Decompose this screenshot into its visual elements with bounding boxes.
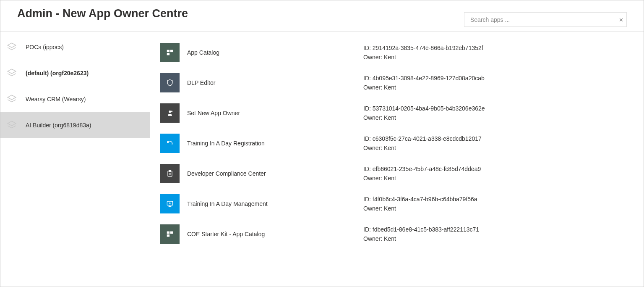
svg-rect-6 <box>169 171 171 172</box>
app-name: Training In A Day Management <box>187 200 363 207</box>
app-meta: ID: efb66021-235e-45b7-a48c-fc85d74ddea9… <box>363 164 631 183</box>
app-tile-icon <box>160 43 180 62</box>
app-id: ID: f4f0b6c4-3f6a-4ca7-b96b-c64bba79f56a <box>363 195 631 204</box>
svg-rect-2 <box>167 53 169 55</box>
environment-item[interactable]: AI Builder (org6819d83a) <box>0 112 150 138</box>
svg-point-4 <box>171 111 172 112</box>
app-meta: ID: c6303f5c-27ca-4021-a338-e8cdcdb12017… <box>363 134 631 153</box>
app-owner: Owner: Kent <box>363 143 631 153</box>
app-name: App Catalog <box>187 49 363 56</box>
app-owner: Owner: Kent <box>363 83 631 92</box>
svg-rect-1 <box>170 50 173 53</box>
environment-item[interactable]: Wearsy CRM (Wearsy) <box>0 86 150 112</box>
app-list: App CatalogID: 2914192a-3835-474e-866a-b… <box>150 32 644 287</box>
app-owner: Owner: Kent <box>363 113 631 122</box>
environment-sidebar: POCs (ippocs)(default) (orgf20e2623)Wear… <box>0 32 150 287</box>
app-meta: ID: 53731014-0205-4ba4-9b05-b4b3206e362e… <box>363 104 631 123</box>
environment-label: POCs (ippocs) <box>26 44 64 50</box>
app-name: Developer Compliance Center <box>187 170 363 177</box>
app-tile-icon <box>160 164 180 183</box>
app-tile-icon <box>160 194 180 213</box>
app-id: ID: efb66021-235e-45b7-a48c-fc85d74ddea9 <box>363 164 631 174</box>
page-title: Admin - New App Owner Centre <box>17 7 188 20</box>
svg-rect-0 <box>167 50 169 53</box>
layers-icon <box>5 120 18 131</box>
app-name: Set New App Owner <box>187 110 363 116</box>
environment-item[interactable]: (default) (orgf20e2623) <box>0 60 150 86</box>
app-row[interactable]: Set New App OwnerID: 53731014-0205-4ba4-… <box>160 98 631 128</box>
app-row[interactable]: Training In A Day RegistrationID: c6303f… <box>160 128 631 158</box>
app-id: ID: 4b095e31-3098-4e22-8969-127d08a20cab <box>363 74 631 83</box>
environment-label: (default) (orgf20e2623) <box>26 70 89 76</box>
app-meta: ID: 2914192a-3835-474e-866a-b192eb71352f… <box>363 43 631 62</box>
app-row[interactable]: DLP EditorID: 4b095e31-3098-4e22-8969-12… <box>160 68 631 98</box>
layers-icon <box>5 42 18 53</box>
app-owner: Owner: Kent <box>363 174 631 183</box>
svg-rect-14 <box>167 234 169 237</box>
clear-search-icon[interactable]: ✕ <box>619 17 623 22</box>
header: Admin - New App Owner Centre ✕ <box>0 0 644 32</box>
app-owner: Owner: Kent <box>363 234 631 243</box>
layers-icon <box>5 68 18 79</box>
app-tile-icon <box>160 134 180 153</box>
app-name: Training In A Day Registration <box>187 140 363 147</box>
layers-icon <box>5 94 18 105</box>
svg-point-3 <box>169 111 171 113</box>
app-tile-icon <box>160 73 180 92</box>
environment-label: Wearsy CRM (Wearsy) <box>26 96 86 103</box>
app-name: COE Starter Kit - App Catalog <box>187 231 363 237</box>
environment-item[interactable]: POCs (ippocs) <box>0 34 150 60</box>
svg-rect-13 <box>170 232 173 234</box>
app-row[interactable]: Developer Compliance CenterID: efb66021-… <box>160 158 631 189</box>
app-owner: Owner: Kent <box>363 53 631 62</box>
app-id: ID: 53731014-0205-4ba4-9b05-b4b3206e362e <box>363 104 631 113</box>
app-id: ID: c6303f5c-27ca-4021-a338-e8cdcdb12017 <box>363 134 631 143</box>
app-window: Admin - New App Owner Centre ✕ POCs (ipp… <box>0 0 644 287</box>
app-id: ID: 2914192a-3835-474e-866a-b192eb71352f <box>363 43 631 53</box>
app-name: DLP Editor <box>187 79 363 86</box>
svg-rect-12 <box>167 232 169 234</box>
search-input[interactable] <box>464 12 627 27</box>
environment-label: AI Builder (org6819d83a) <box>26 122 91 129</box>
app-id: ID: fdbed5d1-86e8-41c5-b383-aff222113c71 <box>363 225 631 234</box>
app-row[interactable]: COE Starter Kit - App CatalogID: fdbed5d… <box>160 219 631 249</box>
app-meta: ID: 4b095e31-3098-4e22-8969-127d08a20cab… <box>363 74 631 92</box>
app-tile-icon <box>160 103 180 123</box>
search-container: ✕ <box>464 12 627 27</box>
app-meta: ID: fdbed5d1-86e8-41c5-b383-aff222113c71… <box>363 225 631 244</box>
app-row[interactable]: Training In A Day ManagementID: f4f0b6c4… <box>160 189 631 219</box>
body: POCs (ippocs)(default) (orgf20e2623)Wear… <box>0 32 644 287</box>
app-tile-icon <box>160 224 180 244</box>
app-owner: Owner: Kent <box>363 204 631 213</box>
app-row[interactable]: App CatalogID: 2914192a-3835-474e-866a-b… <box>160 37 631 68</box>
app-meta: ID: f4f0b6c4-3f6a-4ca7-b96b-c64bba79f56a… <box>363 195 631 213</box>
